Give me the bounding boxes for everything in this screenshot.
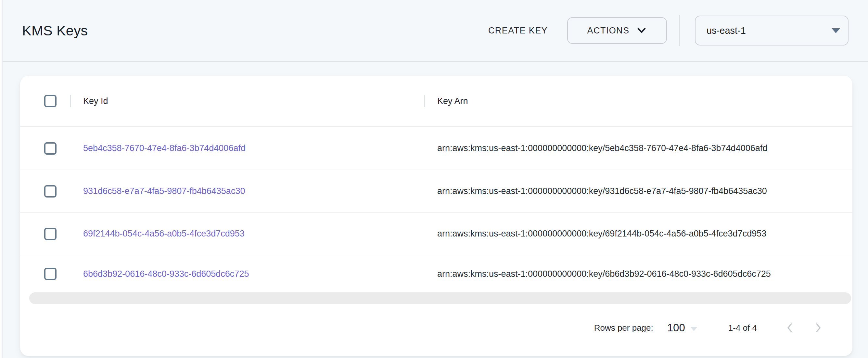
column-header-key-id[interactable]: Key Id: [83, 96, 108, 106]
column-resize-handle[interactable]: [70, 95, 71, 107]
row-checkbox-cell: [20, 142, 70, 155]
key-arn-cell: arn:aws:kms:us-east-1:000000000000:key/6…: [424, 229, 852, 239]
toolbar-divider: [679, 15, 680, 46]
key-arn-cell: arn:aws:kms:us-east-1:000000000000:key/9…: [424, 186, 852, 196]
table-row[interactable]: 5eb4c358-7670-47e4-8fa6-3b74d4006afd arn…: [20, 127, 852, 170]
rows-per-page-value: 100: [667, 322, 685, 334]
row-checkbox[interactable]: [44, 185, 57, 198]
key-arn-value: arn:aws:kms:us-east-1:000000000000:key/6…: [437, 229, 766, 239]
page-title: KMS Keys: [22, 23, 88, 39]
next-page-button[interactable]: [808, 318, 828, 337]
page-toolbar: KMS Keys CREATE KEY ACTIONS us-east-1: [3, 0, 868, 62]
key-id-cell: 5eb4c358-7670-47e4-8fa6-3b74d4006afd: [70, 143, 424, 153]
region-select[interactable]: us-east-1: [695, 16, 848, 46]
horizontal-scrollbar[interactable]: [29, 292, 851, 304]
header-checkbox-cell: [20, 95, 70, 107]
key-arn-value: arn:aws:kms:us-east-1:000000000000:key/5…: [437, 143, 767, 153]
rows-per-page-select[interactable]: 100: [667, 322, 698, 334]
key-arn-value: arn:aws:kms:us-east-1:000000000000:key/9…: [437, 186, 767, 196]
key-id-link[interactable]: 5eb4c358-7670-47e4-8fa6-3b74d4006afd: [83, 143, 246, 153]
pagination-footer: Rows per page: 100 1-4 of 4: [20, 304, 852, 356]
key-id-cell: 69f2144b-054c-4a56-a0b5-4fce3d7cd953: [70, 229, 424, 239]
region-select-value: us-east-1: [695, 25, 746, 36]
key-id-link[interactable]: 69f2144b-054c-4a56-a0b5-4fce3d7cd953: [83, 229, 245, 239]
rows-per-page-label: Rows per page:: [594, 323, 653, 333]
layout-left-edge: [0, 0, 3, 358]
kms-keys-table-card: Key Id Key Arn 5eb4c358-7670-47e4-8fa6-3…: [20, 76, 852, 356]
row-checkbox[interactable]: [44, 268, 57, 280]
column-header-key-arn[interactable]: Key Arn: [437, 96, 468, 106]
previous-page-button[interactable]: [780, 318, 800, 337]
row-checkbox-cell: [20, 185, 70, 198]
key-id-link[interactable]: 931d6c58-e7a7-4fa5-9807-fb4b6435ac30: [83, 186, 245, 196]
key-arn-value: arn:aws:kms:us-east-1:000000000000:key/6…: [437, 269, 771, 279]
key-arn-cell: arn:aws:kms:us-east-1:000000000000:key/5…: [424, 143, 852, 153]
select-all-checkbox[interactable]: [44, 95, 57, 107]
create-key-button[interactable]: CREATE KEY: [479, 20, 557, 41]
kms-keys-page: KMS Keys CREATE KEY ACTIONS us-east-1: [0, 0, 868, 358]
pagination-range-label: 1-4 of 4: [728, 323, 757, 333]
row-checkbox-cell: [20, 268, 70, 280]
chevron-down-icon: [637, 27, 647, 34]
row-checkbox[interactable]: [44, 142, 57, 155]
header-cell-key-arn[interactable]: Key Arn: [424, 95, 852, 107]
table-row[interactable]: 6b6d3b92-0616-48c0-933c-6d605dc6c725 arn…: [20, 255, 852, 292]
table-row[interactable]: 69f2144b-054c-4a56-a0b5-4fce3d7cd953 arn…: [20, 212, 852, 255]
chevron-left-icon: [783, 321, 797, 334]
actions-button-label: ACTIONS: [587, 26, 629, 36]
table-header-row: Key Id Key Arn: [20, 76, 852, 127]
actions-button[interactable]: ACTIONS: [567, 17, 667, 44]
row-checkbox-cell: [20, 228, 70, 240]
key-id-cell: 6b6d3b92-0616-48c0-933c-6d605dc6c725: [70, 269, 424, 279]
row-checkbox[interactable]: [44, 228, 57, 240]
header-cell-key-id[interactable]: Key Id: [70, 95, 424, 107]
select-arrow-icon: [832, 28, 840, 33]
select-arrow-icon: [690, 327, 698, 331]
key-id-cell: 931d6c58-e7a7-4fa5-9807-fb4b6435ac30: [70, 186, 424, 196]
column-resize-handle[interactable]: [424, 95, 425, 107]
key-id-link[interactable]: 6b6d3b92-0616-48c0-933c-6d605dc6c725: [83, 269, 249, 279]
chevron-right-icon: [811, 321, 825, 334]
table-row[interactable]: 931d6c58-e7a7-4fa5-9807-fb4b6435ac30 arn…: [20, 170, 852, 212]
key-arn-cell: arn:aws:kms:us-east-1:000000000000:key/6…: [424, 269, 852, 279]
